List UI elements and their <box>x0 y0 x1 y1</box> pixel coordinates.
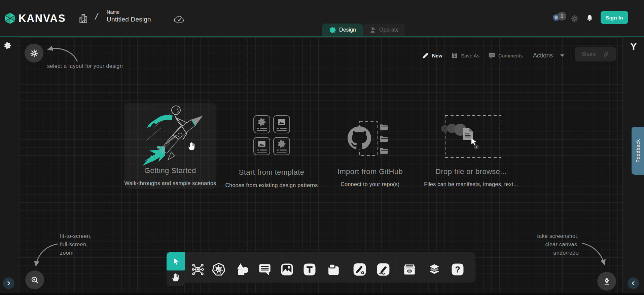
template-spiral-icon <box>257 118 266 126</box>
new-label: New <box>432 53 442 58</box>
text-tool-button[interactable] <box>302 262 317 277</box>
left-rail <box>0 37 19 293</box>
sign-in-label: Sign In <box>606 15 623 20</box>
card-getting-started-title: Getting Started <box>124 166 216 175</box>
template-mini-card <box>273 137 290 155</box>
feedback-tab[interactable]: Feedback <box>632 127 644 175</box>
card-drop-file[interactable]: + Drop file or browse... Files can be ma… <box>432 111 510 192</box>
bottom-scrollbar[interactable] <box>0 293 644 295</box>
breadcrumb-separator: / <box>94 11 99 22</box>
pen-actions-button[interactable] <box>597 272 616 291</box>
card-drop-file-subtitle: Files can be manifests, images, text... <box>412 181 530 187</box>
template-spiral-icon <box>277 139 286 148</box>
drop-dashed-frame <box>445 115 501 158</box>
toolbar-separator <box>185 252 185 283</box>
node-tool-icon <box>191 262 205 277</box>
pen-tool-icon <box>353 262 367 277</box>
chevron-left-icon <box>630 280 636 286</box>
repo-folder-icon <box>379 147 389 155</box>
image-tool-icon <box>280 262 294 277</box>
drawer-tool-button[interactable] <box>402 262 417 277</box>
repo-folder-icon <box>379 135 389 143</box>
save-as-label: Save As <box>461 53 479 58</box>
header: KANVAS / Name Untitled Design <box>0 0 644 36</box>
comment-tool-icon <box>258 262 272 277</box>
bottom-left-hint: fit-to-screen, full-screen, zoom <box>60 232 92 257</box>
pan-hand-icon[interactable] <box>171 272 181 282</box>
expand-left-panel-button[interactable] <box>3 278 14 289</box>
y-logo: Y <box>629 41 639 52</box>
zoom-button[interactable] <box>25 270 44 289</box>
tab-operate[interactable]: Operate <box>363 24 405 36</box>
card-template[interactable]: Start from template Choose from existing… <box>233 111 310 192</box>
design-tab-icon <box>329 27 336 34</box>
card-github-subtitle: Connect to your repo(s) <box>311 181 429 187</box>
comments-button[interactable]: Comments <box>488 51 523 60</box>
card-getting-started-subtitle: Walk-throughs and sample scenarios <box>114 180 226 186</box>
node-tool-button[interactable] <box>190 262 205 277</box>
card-github[interactable]: Import from GitHub Connect to your repo(… <box>331 111 409 192</box>
template-mini-card <box>253 115 270 133</box>
comment-tool-button[interactable] <box>257 262 272 277</box>
rocket-illustration <box>126 104 217 168</box>
image-tool-button[interactable] <box>280 262 294 277</box>
actions-dropdown[interactable]: Actions <box>533 51 564 60</box>
notifications-bell-icon[interactable] <box>586 14 594 22</box>
organization-icon[interactable] <box>78 13 88 23</box>
help-tool-icon: ? <box>451 262 465 277</box>
sign-in-button[interactable]: Sign In <box>601 11 628 24</box>
select-tool-button[interactable] <box>167 252 185 270</box>
comments-label: Comments <box>498 53 523 58</box>
tab-design-label: Design <box>339 27 356 33</box>
tab-design[interactable]: Design <box>322 24 363 36</box>
template-image-icon <box>257 139 266 148</box>
template-mini-card <box>273 115 290 133</box>
feedback-label: Feedback <box>635 139 641 163</box>
logo-text: KANVAS <box>19 12 66 25</box>
layout-hint-text: select a layout for your design <box>47 63 123 69</box>
shapes-tool-button[interactable] <box>235 262 250 277</box>
layers-tool-icon <box>427 262 441 277</box>
bottom-left-hint-arrow <box>31 239 61 269</box>
card-tool-icon <box>326 262 341 277</box>
share-label: Share <box>581 51 596 57</box>
toolbar-separator <box>230 256 230 279</box>
collapse-right-panel-button[interactable] <box>628 278 639 289</box>
share-link-icon <box>603 51 610 58</box>
template-image-icon <box>277 118 286 126</box>
share-button[interactable]: Share <box>575 47 616 61</box>
layout-picker-button[interactable] <box>25 44 43 62</box>
toolbar-separator <box>347 256 347 279</box>
card-github-title: Import from GitHub <box>311 167 429 176</box>
help-tool-button[interactable]: ? <box>450 262 465 277</box>
kanvas-app: KANVAS / Name Untitled Design <box>0 0 644 295</box>
card-tool-button[interactable] <box>326 262 341 277</box>
layout-hint-arrow <box>43 43 80 64</box>
repo-folder-icon <box>379 123 389 131</box>
actions-caret-icon <box>560 54 564 57</box>
operate-tab-icon <box>369 27 376 34</box>
save-as-button[interactable]: Save As <box>451 51 479 60</box>
drop-plus-badge: + <box>474 144 479 150</box>
select-cursor-icon <box>172 257 180 266</box>
kubernetes-tool-button[interactable] <box>211 262 226 277</box>
pen-nib-icon <box>602 277 611 286</box>
toolbar-separator <box>396 256 396 279</box>
github-octocat-icon <box>348 126 371 150</box>
tab-operate-label: Operate <box>379 27 399 33</box>
hand-cursor <box>187 141 196 151</box>
save-icon <box>451 52 458 59</box>
settings-gear-icon[interactable] <box>570 14 579 23</box>
notification-count-badge[interactable]: 0 <box>558 12 566 20</box>
pencil-tool-button[interactable] <box>376 262 391 277</box>
comments-icon <box>488 52 496 59</box>
pen-tool-button[interactable] <box>352 262 367 277</box>
new-button[interactable]: New <box>422 51 442 60</box>
pencil-tool-icon <box>376 262 390 277</box>
layers-tool-button[interactable] <box>427 262 442 277</box>
bottom-right-hint-arrow <box>579 239 609 268</box>
design-name-field[interactable]: Untitled Design <box>107 16 165 26</box>
card-drop-file-title: Drop file or browse... <box>412 167 530 176</box>
brand-spiral-icon[interactable] <box>4 42 11 49</box>
kanvas-logo-icon <box>4 11 16 25</box>
